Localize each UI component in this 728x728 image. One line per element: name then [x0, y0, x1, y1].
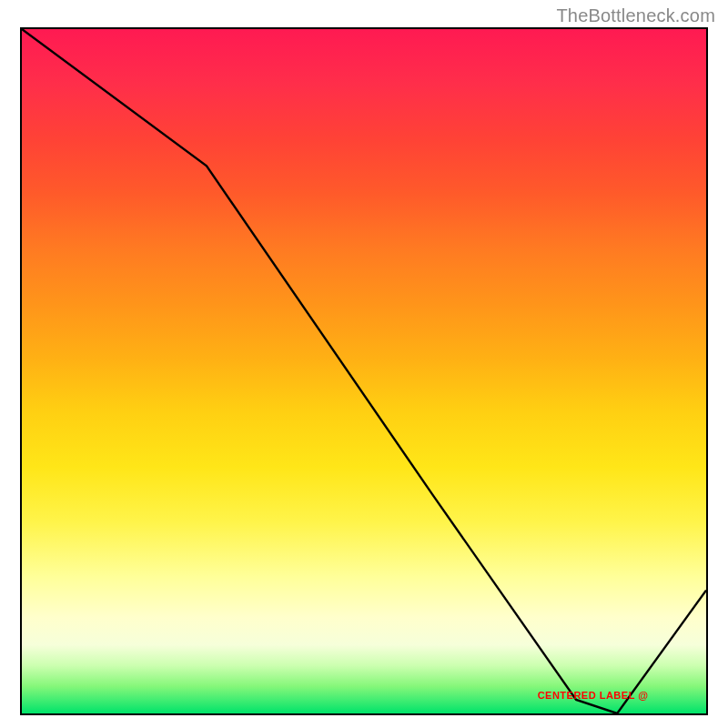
credit-label: TheBottleneck.com — [556, 5, 715, 26]
chart-area: CENTERED LABEL @ — [20, 27, 708, 715]
chart-line-plot — [22, 29, 706, 713]
page-root: TheBottleneck.com CENTERED LABEL @ — [0, 0, 728, 728]
chart-series-curve — [22, 29, 706, 713]
